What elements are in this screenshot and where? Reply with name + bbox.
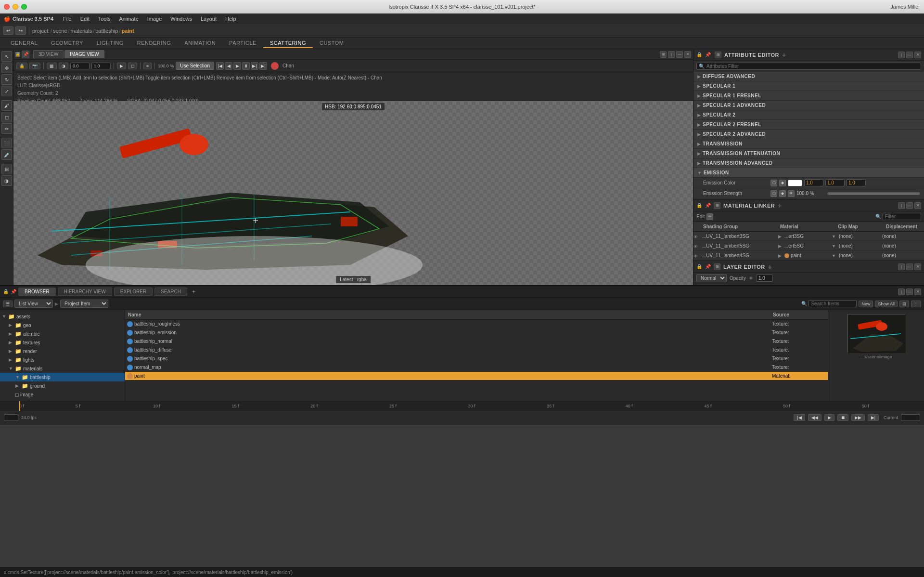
lt-eraser[interactable]: ◻ [1, 112, 12, 122]
br-split-h[interactable]: — [906, 288, 913, 295]
le-grid-btn[interactable]: ⊞ [714, 263, 720, 270]
tab-scattering[interactable]: SCATTERING [263, 39, 313, 48]
tree-materials[interactable]: ▼ 📁 materials [0, 364, 125, 373]
tab-3dview[interactable]: 3D VIEW [33, 50, 64, 58]
le-split-h[interactable]: — [906, 263, 913, 270]
pb-prev[interactable]: ◀ [225, 62, 232, 70]
ml-eye-2[interactable]: 👁 [693, 253, 700, 259]
ae-grid-btn[interactable]: ⊞ [715, 52, 721, 58]
pb-record[interactable] [271, 62, 279, 70]
emission-r-value[interactable]: 1.0 [804, 179, 823, 186]
fl-row-0[interactable]: battleship_roughness Texture: [125, 320, 828, 328]
ae-add-btn[interactable]: + [782, 51, 786, 59]
section-diffuse-adv[interactable]: ▶ DIFFUSE ADVANCED [693, 72, 924, 81]
section-specular2-adv[interactable]: ▶ SPECULAR 2 ADVANCED [693, 130, 924, 139]
tree-battleship[interactable]: ▼ 📁 battleship [0, 373, 125, 381]
section-specular2[interactable]: ▶ SPECULAR 2 [693, 110, 924, 120]
lt-select[interactable]: ↖ [1, 51, 12, 62]
pb-first[interactable]: |◀ [216, 62, 224, 70]
ml-grid-btn[interactable]: ⊞ [714, 202, 720, 209]
br-view-select[interactable]: List View [14, 300, 53, 308]
tree-alembic[interactable]: ▶ 📁 alembic [0, 329, 125, 338]
tree-ground[interactable]: ▶ 📁 ground [0, 381, 125, 390]
tl-stop-btn[interactable]: ⏹ [837, 414, 848, 421]
br-new-btn[interactable]: New [859, 301, 873, 307]
tree-geo[interactable]: ▶ 📁 geo [0, 321, 125, 329]
connect-icon2[interactable]: ⬡ [770, 190, 777, 197]
tree-assets[interactable]: ▼ 📁 assets [0, 312, 125, 321]
le-close-btn[interactable]: ✕ [914, 263, 921, 270]
fl-row-2[interactable]: battleship_normal Texture: [125, 337, 828, 346]
tree-image[interactable]: ◻ image [0, 390, 125, 399]
fl-row-4[interactable]: battleship_spec Texture: [125, 354, 828, 363]
tl-first-btn[interactable]: |◀ [794, 414, 805, 421]
minimize-button[interactable] [13, 4, 18, 10]
tl-last-btn[interactable]: ▶| [868, 414, 879, 421]
tree-render[interactable]: ▶ 📁 render [0, 347, 125, 355]
breadcrumb-materials[interactable]: materials [71, 28, 92, 34]
br-tab-add[interactable]: + [189, 288, 198, 295]
lt-scale[interactable]: ⤢ [1, 86, 12, 96]
ml-close-btn[interactable]: ✕ [914, 202, 921, 209]
pb-play[interactable]: ▶ [233, 62, 241, 70]
pb-last[interactable]: ▶| [259, 62, 267, 70]
toolbar-undo[interactable]: ↩ [3, 26, 13, 35]
br-type-select[interactable]: Project Item [60, 300, 108, 308]
fl-row-3[interactable]: battleship_diffuse Texture: [125, 346, 828, 354]
ml-add-btn[interactable]: + [778, 202, 782, 210]
ml-filter-input[interactable] [883, 213, 921, 220]
menu-windows[interactable]: Windows [167, 15, 196, 23]
menu-animate[interactable]: Animate [115, 15, 142, 23]
maximize-button[interactable] [21, 4, 27, 10]
le-split-v[interactable]: | [898, 263, 905, 270]
breadcrumb-project[interactable]: project: [32, 28, 50, 34]
ml-eye-0[interactable]: 👁 [693, 234, 700, 239]
close-button[interactable] [4, 4, 10, 10]
emission-strength-bar[interactable] [827, 192, 920, 195]
connect-icon[interactable]: ⬡ [770, 180, 777, 186]
section-specular2-fresnel[interactable]: ▶ SPECULAR 2 FRESNEL [693, 120, 924, 130]
ae-filter[interactable]: 🔍 [696, 63, 921, 70]
lt-pencil[interactable]: ✏ [1, 123, 12, 134]
ml-split-h[interactable]: — [906, 202, 913, 209]
ml-row-2[interactable]: 👁 ...UV_11_lambert4SG ▶ paint ▼ (none) (… [693, 251, 924, 261]
panel-split-v[interactable]: | [668, 51, 675, 58]
vt-render[interactable]: ▶ [117, 63, 126, 69]
keyframe-icon2[interactable]: ◆ [779, 190, 786, 197]
section-specular1-adv[interactable]: ▶ SPECULAR 1 ADVANCED [693, 101, 924, 110]
fl-row-5[interactable]: normal_map Texture: [125, 363, 828, 372]
lt-layers[interactable]: ⊞ [1, 164, 12, 174]
timeline-playhead[interactable] [19, 401, 20, 411]
frame-start-input[interactable]: 0f [4, 414, 18, 421]
section-transmission[interactable]: ▶ TRANSMISSION [693, 139, 924, 149]
br-tab-hierarchy[interactable]: HIERARCHY VIEW [58, 288, 112, 296]
panel-close[interactable]: ✕ [684, 51, 691, 58]
tl-next-btn[interactable]: ▶▶ [851, 414, 865, 421]
br-search-input[interactable] [808, 300, 857, 307]
vt-frame-input[interactable]: 0.0 [70, 63, 90, 69]
ml-row-1[interactable]: 👁 ...UV_11_lambert5SG ▶ ...ert5SG ▼ (non… [693, 241, 924, 251]
br-close-btn[interactable]: ✕ [914, 288, 921, 295]
br-split-v[interactable]: | [898, 288, 905, 295]
section-emission[interactable]: ▼ EMISSION [693, 168, 924, 178]
menu-layout[interactable]: Layout [197, 15, 220, 23]
emission-g-value[interactable]: 1.0 [825, 179, 845, 186]
br-tab-browser[interactable]: BROWSER [18, 288, 56, 296]
breadcrumb-current[interactable]: paint [121, 28, 134, 34]
pin-btn[interactable]: 📌 [22, 51, 29, 58]
ml-eye-1[interactable]: 👁 [693, 243, 700, 249]
tab-imageview[interactable]: IMAGE VIEW [64, 50, 104, 58]
lt-brush[interactable]: 🖌 [1, 100, 12, 111]
ae-split-v[interactable]: | [898, 52, 905, 58]
blend-mode-select[interactable]: Normal [696, 274, 727, 282]
eye-icon[interactable]: 👁 [788, 190, 795, 197]
use-selection-button[interactable]: Use Selection [176, 62, 214, 70]
tree-textures[interactable]: ▶ 📁 textures [0, 338, 125, 347]
lt-picker[interactable]: 💉 [1, 149, 12, 160]
emission-color-swatch[interactable] [788, 180, 802, 186]
tab-geometry[interactable]: GEOMETRY [44, 39, 90, 48]
tl-current-input[interactable]: 811 [901, 414, 920, 421]
ml-edit-icon[interactable]: ✏ [706, 213, 713, 220]
opacity-input[interactable] [756, 275, 773, 282]
pb-pause[interactable]: ⏸ [242, 62, 250, 70]
